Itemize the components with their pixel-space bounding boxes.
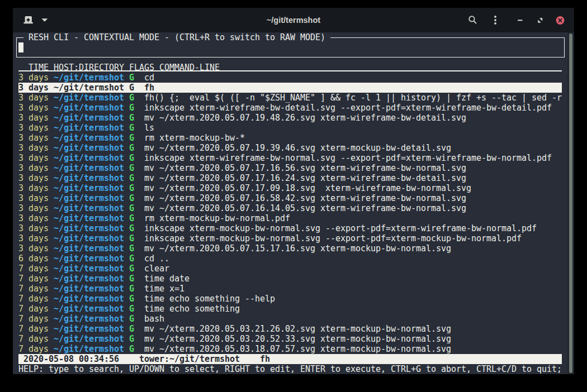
row-command: inkscape xterm-wireframe-bw-normal.svg -…: [144, 153, 552, 163]
scrollbar-track[interactable]: [567, 32, 574, 375]
row-time: 3 days: [18, 203, 49, 213]
row-time: 3 days: [18, 93, 49, 103]
history-row[interactable]: 3 days ~/git/termshot G fh() {; eval $( …: [13, 93, 567, 103]
row-command: mv ~/xterm.2020.05.07.17.09.18.svg xterm…: [144, 183, 471, 193]
row-command: ls: [144, 123, 154, 133]
row-host-dir: ~/git/termshot: [54, 173, 124, 183]
row-flags: G: [129, 213, 134, 223]
row-flags: G: [129, 173, 134, 183]
row-host-dir: ~/git/termshot: [54, 264, 124, 274]
row-flags: G: [129, 133, 134, 143]
row-host-dir: ~/git/termshot: [54, 304, 124, 314]
row-flags: G: [129, 344, 134, 354]
row-command: time x=1: [144, 284, 184, 294]
row-time: 7 days: [18, 344, 49, 354]
row-time: 3 days: [18, 103, 49, 113]
titlebar[interactable]: ~/git/termshot: [13, 8, 574, 32]
history-row[interactable]: 6 days ~/git/termshot G cd ..: [13, 254, 567, 264]
row-host-dir: ~/git/termshot: [54, 183, 124, 193]
history-row[interactable]: 3 days ~/git/termshot G fh: [13, 83, 567, 93]
history-row[interactable]: 3 days ~/git/termshot G rm xterm-mockup-…: [13, 133, 567, 143]
help-text: HELP: type to search, UP/DOWN to select,…: [18, 364, 562, 374]
history-row[interactable]: 7 days ~/git/termshot G mv ~/xterm.2020.…: [13, 344, 567, 354]
history-row[interactable]: 7 days ~/git/termshot G time date: [13, 274, 567, 284]
history-row[interactable]: 3 days ~/git/termshot G mv ~/xterm.2020.…: [13, 113, 567, 123]
history-row[interactable]: 3 days ~/git/termshot G rm xterm-mockup-…: [13, 213, 567, 223]
history-row[interactable]: 3 days ~/git/termshot G cd: [13, 73, 567, 83]
row-host-dir: ~/git/termshot: [54, 334, 124, 344]
row-flags: G: [129, 254, 134, 264]
row-host-dir: ~/git/termshot: [54, 233, 124, 243]
row-flags: G: [129, 304, 134, 314]
close-button[interactable]: [556, 16, 565, 25]
history-row[interactable]: 3 days ~/git/termshot G mv ~/xterm.2020.…: [13, 243, 567, 254]
row-command: mv ~/xterm.2020.05.07.19.39.46.svg xterm…: [144, 143, 451, 153]
row-time: 3 days: [18, 233, 49, 243]
row-flags: G: [129, 183, 134, 193]
history-row[interactable]: 3 days ~/git/termshot G inkscape xterm-m…: [13, 223, 567, 233]
row-flags: G: [129, 163, 134, 173]
history-row[interactable]: 7 days ~/git/termshot G time x=1: [13, 284, 567, 294]
header-underline: [18, 70, 562, 71]
row-command: fh: [144, 83, 562, 93]
row-time: 7 days: [18, 284, 49, 294]
row-time: 3 days: [18, 163, 49, 173]
row-command: bash: [144, 314, 164, 324]
history-row[interactable]: 3 days ~/git/termshot G mv ~/xterm.2020.…: [13, 173, 567, 183]
row-time: 7 days: [18, 274, 49, 284]
status-bar: 2020-05-08 00:34:56 tower:~/git/termshot…: [13, 354, 567, 364]
row-flags: G: [129, 103, 134, 113]
row-flags: G: [129, 284, 134, 294]
row-time: 7 days: [18, 334, 49, 344]
row-host-dir: ~/git/termshot: [54, 314, 124, 324]
history-row[interactable]: 7 days ~/git/termshot G time echo someth…: [13, 304, 567, 314]
history-row[interactable]: 3 days ~/git/termshot G mv ~/xterm.2020.…: [13, 203, 567, 213]
history-row[interactable]: 7 days ~/git/termshot G mv ~/xterm.2020.…: [13, 324, 567, 334]
search-box-title: RESH CLI - CONTEXTUAL MODE - (CTRL+R to …: [23, 32, 330, 42]
history-row[interactable]: 3 days ~/git/termshot G inkscape xterm-w…: [13, 153, 567, 163]
history-row[interactable]: 3 days ~/git/termshot G mv ~/xterm.2020.…: [13, 183, 567, 193]
row-command: fh() {; eval $( ([ -n "$ZSH_NAME" ] && f…: [144, 93, 562, 103]
row-time: 3 days: [18, 243, 49, 254]
search-icon[interactable]: [466, 13, 478, 25]
terminal-screen[interactable]: TIME HOST:DIRECTORY FLAGS COMMAND-LINE 3…: [13, 32, 574, 375]
history-row[interactable]: 7 days ~/git/termshot G mv ~/xterm.2020.…: [13, 334, 567, 344]
row-time: 3 days: [18, 73, 49, 83]
row-flags: G: [129, 83, 134, 93]
row-command: inkscape xterm-wireframe-bw-detail.svg -…: [144, 103, 552, 113]
row-time: 3 days: [18, 183, 49, 193]
history-row[interactable]: 3 days ~/git/termshot G mv ~/xterm.2020.…: [13, 193, 567, 203]
window-title: ~/git/termshot: [13, 8, 574, 32]
row-flags: G: [129, 93, 134, 103]
row-time: 7 days: [18, 294, 49, 304]
row-flags: G: [129, 314, 134, 324]
history-row[interactable]: 7 days ~/git/termshot G bash: [13, 314, 567, 324]
row-host-dir: ~/git/termshot: [54, 324, 124, 334]
history-row[interactable]: 3 days ~/git/termshot G inkscape xterm-m…: [13, 233, 567, 243]
row-flags: G: [129, 193, 134, 203]
row-command: mv ~/xterm.2020.05.07.16.14.05.svg xterm…: [144, 203, 466, 213]
row-flags: G: [129, 143, 134, 153]
row-flags: G: [129, 294, 134, 304]
history-row[interactable]: 3 days ~/git/termshot G inkscape xterm-w…: [13, 103, 567, 113]
history-row[interactable]: 3 days ~/git/termshot G mv ~/xterm.2020.…: [13, 163, 567, 173]
row-command: mv ~/xterm.2020.05.03.21.26.02.svg xterm…: [144, 324, 451, 334]
history-row[interactable]: 7 days ~/git/termshot G time echo someth…: [13, 294, 567, 304]
row-command: mv ~/xterm.2020.05.07.16.58.42.svg xterm…: [144, 193, 466, 203]
kebab-menu-icon[interactable]: [492, 14, 499, 26]
help-line: HELP: type to search, UP/DOWN to select,…: [13, 364, 567, 374]
row-flags: G: [129, 334, 134, 344]
row-host-dir: ~/git/termshot: [54, 123, 124, 133]
row-host-dir: ~/git/termshot: [54, 143, 124, 153]
row-time: 3 days: [18, 133, 49, 143]
row-host-dir: ~/git/termshot: [54, 133, 124, 143]
row-time: 3 days: [18, 123, 49, 133]
scrollbar-thumb[interactable]: [569, 34, 572, 373]
restore-icon[interactable]: [538, 18, 543, 23]
history-row[interactable]: 3 days ~/git/termshot G mv ~/xterm.2020.…: [13, 143, 567, 153]
terminal-window: ~/git/termshot TIME H: [13, 8, 574, 374]
history-row[interactable]: 3 days ~/git/termshot G ls: [13, 123, 567, 133]
minimize-icon[interactable]: [517, 19, 523, 22]
row-time: 3 days: [18, 83, 49, 93]
history-row[interactable]: 7 days ~/git/termshot G clear: [13, 264, 567, 274]
